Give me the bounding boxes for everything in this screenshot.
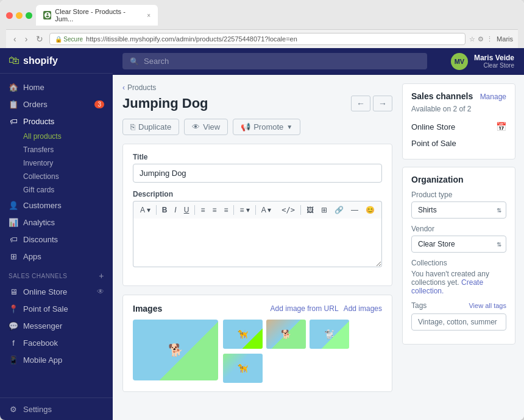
minimize-dot[interactable] — [16, 12, 23, 19]
sales-channels-manage-link[interactable]: Manage — [480, 93, 506, 101]
address-bar[interactable]: 🔒 Secure https://itissible.myshopify.com… — [49, 33, 466, 45]
sidebar-item-messenger-label: Messenger — [23, 321, 62, 331]
add-image-url-link[interactable]: Add image from URL — [271, 304, 339, 313]
toolbar-sep-3 — [233, 205, 234, 215]
promote-button[interactable]: 📢 Promote ▼ — [233, 119, 300, 135]
toolbar-align-btn[interactable]: ≡ ▾ — [236, 204, 252, 216]
description-toolbar: A ▾ B I U ≡ ≡ ≡ ≡ — [133, 201, 382, 219]
facebook-icon: f — [9, 338, 18, 348]
sidebar-subitem-all-products[interactable]: All products — [0, 130, 113, 143]
duplicate-button[interactable]: ⎘ Duplicate — [122, 119, 179, 135]
view-all-tags-link[interactable]: View all tags — [469, 302, 506, 309]
sales-channels-add-btn[interactable]: + — [99, 271, 104, 281]
page-header: Jumping Dog ← → — [122, 96, 392, 111]
toolbar-font-btn[interactable]: A ▾ — [137, 204, 154, 216]
shopify-logo[interactable]: 🛍 shopify — [9, 54, 104, 67]
breadcrumb-arrow-left: ‹ — [122, 83, 125, 92]
sidebar-item-apps[interactable]: ⊞ Apps — [0, 248, 113, 265]
product-image-4[interactable]: 🐩 — [310, 320, 349, 349]
product-image-2[interactable]: 🦮 — [223, 320, 263, 349]
forward-button[interactable]: › — [23, 33, 30, 45]
shopify-logo-text: shopify — [23, 55, 58, 66]
sidebar-item-products[interactable]: 🏷 Products — [0, 113, 113, 130]
toolbar-image-btn[interactable]: 🖼 — [303, 204, 317, 216]
toolbar-sep-4 — [255, 205, 256, 215]
sidebar-item-settings[interactable]: ⚙ Settings — [9, 404, 104, 414]
breadcrumb: ‹ Products — [122, 83, 392, 92]
tab-close-btn[interactable]: × — [147, 12, 150, 19]
sidebar-item-discounts[interactable]: 🏷 Discounts — [0, 231, 113, 248]
toolbar-underline-btn[interactable]: U — [181, 204, 193, 216]
main-content: 🔍 Search MV Maris Veide Clear Store ‹ — [113, 48, 524, 420]
sidebar-item-home[interactable]: 🏠 Home — [0, 79, 113, 96]
sales-channels-card-title: Sales channels — [411, 91, 473, 101]
channel-item-online-store: Online Store 📅 — [411, 118, 506, 135]
sidebar-subitem-transfers[interactable]: Transfers — [0, 143, 113, 156]
toolbar-ol-btn[interactable]: ≡ — [209, 204, 219, 216]
reload-button[interactable]: ↻ — [34, 33, 46, 45]
view-button[interactable]: 👁 View — [184, 119, 228, 135]
toolbar-color-btn[interactable]: A ▾ — [258, 204, 275, 216]
topbar: 🔍 Search MV Maris Veide Clear Store — [113, 48, 524, 75]
shopify-logo-icon: 🛍 — [9, 54, 19, 67]
channel-pos-label: Point of Sale — [411, 139, 456, 148]
bookmark-btn[interactable]: ☆ — [469, 35, 475, 43]
sidebar-item-messenger[interactable]: 💬 Messenger — [0, 317, 113, 334]
description-textarea[interactable] — [133, 219, 382, 267]
title-form-group: Title — [133, 153, 382, 183]
sidebar-item-point-of-sale[interactable]: 📍 Point of Sale — [0, 300, 113, 317]
toolbar-hr-btn[interactable]: — — [348, 204, 361, 216]
sidebar-item-online-store[interactable]: 🖥 Online Store 👁 — [0, 283, 113, 300]
toolbar-link-btn[interactable]: 🔗 — [331, 204, 347, 216]
view-icon: 👁 — [192, 122, 200, 131]
images-row-2: 🦮 — [223, 354, 349, 383]
add-images-link[interactable]: Add images — [344, 304, 382, 313]
image-2-container: 🦮 — [223, 320, 263, 349]
prev-product-btn[interactable]: ← — [351, 96, 370, 111]
organization-title: Organization — [411, 175, 506, 184]
sidebar-subitem-collections[interactable]: Collections — [0, 170, 113, 183]
tags-input[interactable] — [411, 313, 506, 331]
toolbar-indent-btn[interactable]: ≡ — [221, 204, 231, 216]
back-button[interactable]: ‹ — [11, 33, 19, 45]
calendar-icon[interactable]: 📅 — [496, 122, 506, 131]
pos-icon: 📍 — [9, 304, 18, 313]
browser-tab[interactable]: Clear Store - Products - Jum... × — [36, 5, 158, 26]
toolbar-ul-btn[interactable]: ≡ — [197, 204, 208, 216]
sidebar-item-facebook[interactable]: f Facebook — [0, 334, 113, 351]
search-bar[interactable]: 🔍 Search — [122, 53, 427, 69]
maximize-dot[interactable] — [26, 12, 32, 19]
sidebar-item-mobile-app[interactable]: 📱 Mobile App — [0, 351, 113, 368]
toolbar-table-btn[interactable]: ⊞ — [318, 204, 330, 216]
extensions-btn[interactable]: ⚙ — [478, 35, 484, 43]
next-product-btn[interactable]: → — [373, 96, 392, 111]
duplicate-icon: ⎘ — [130, 122, 135, 131]
sidebar-subitem-gift-cards[interactable]: Gift cards — [0, 183, 113, 197]
vendor-select[interactable]: Clear Store — [411, 236, 506, 253]
product-image-5[interactable]: 🦮 — [223, 354, 263, 383]
online-store-icon: 🖥 — [9, 287, 18, 296]
toolbar-bold-btn[interactable]: B — [159, 204, 171, 216]
product-type-select[interactable]: Shirts — [411, 201, 506, 219]
close-dot[interactable] — [6, 12, 13, 19]
sidebar-subitem-inventory[interactable]: Inventory — [0, 156, 113, 170]
menu-btn[interactable]: ⋮ — [486, 35, 493, 43]
image-4-container: 🐩 — [310, 320, 349, 349]
toolbar-italic-btn[interactable]: I — [171, 204, 179, 216]
toolbar-emoji-btn[interactable]: 😊 — [363, 204, 378, 216]
product-title-card: Title Description A ▾ B I U — [122, 144, 392, 286]
image-3-container: 🐕 — [266, 320, 306, 349]
product-image-main[interactable]: 🐕 — [133, 320, 218, 380]
breadcrumb-products-link[interactable]: Products — [127, 83, 156, 92]
sidebar-item-analytics[interactable]: 📊 Analytics — [0, 214, 113, 231]
images-card: Images Add image from URL Add images 🐕 — [122, 295, 392, 392]
collections-section: Collections You haven't created any coll… — [411, 259, 506, 295]
sidebar-item-customers[interactable]: 👤 Customers — [0, 197, 113, 214]
title-input[interactable] — [133, 164, 382, 183]
product-image-3[interactable]: 🐕 — [266, 320, 306, 349]
sidebar-item-orders[interactable]: 📋 Orders 3 — [0, 96, 113, 113]
toolbar-code-btn[interactable]: </> — [278, 204, 298, 216]
description-label: Description — [133, 190, 382, 198]
online-store-eye-icon[interactable]: 👁 — [97, 287, 104, 296]
discounts-icon: 🏷 — [9, 234, 18, 244]
